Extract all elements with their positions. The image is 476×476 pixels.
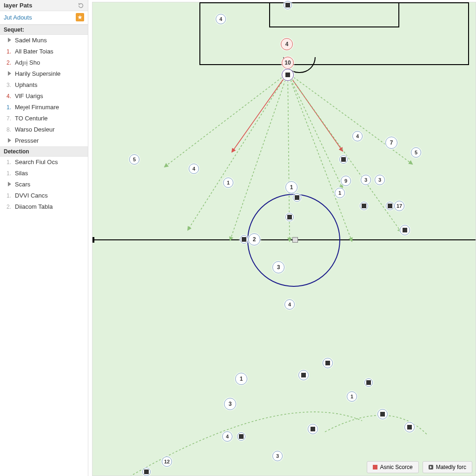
player-glyph-icon bbox=[407, 425, 412, 430]
player-marker[interactable]: 9 bbox=[341, 176, 351, 186]
refresh-icon[interactable] bbox=[78, 2, 84, 9]
player-number: 2 bbox=[253, 236, 256, 243]
play-triangle-icon bbox=[5, 70, 11, 78]
item-number: 7. bbox=[5, 114, 11, 123]
player-marker[interactable]: 1 bbox=[285, 181, 298, 193]
sidebar-item[interactable]: 1.Search Fiul Ocs bbox=[0, 157, 88, 168]
player-number: 4 bbox=[288, 302, 291, 307]
play-button[interactable]: Matedly forc bbox=[423, 461, 472, 473]
player-number: 3 bbox=[277, 264, 280, 271]
red-square-icon bbox=[373, 465, 377, 469]
sidebar-header: layer Pats bbox=[0, 0, 88, 11]
player-marker[interactable]: 3 bbox=[272, 261, 284, 273]
player-marker[interactable]: 4 bbox=[284, 299, 295, 310]
player-marker[interactable]: 7 bbox=[385, 137, 397, 149]
player-glyph-icon bbox=[285, 3, 290, 7]
sidebar-item[interactable]: 2.Diiacom Tabla bbox=[0, 201, 88, 212]
player-marker[interactable]: 4 bbox=[216, 14, 226, 24]
item-number: 1. bbox=[5, 103, 11, 112]
sidebar-item[interactable]: 7.TO Centurle bbox=[0, 113, 88, 124]
player-marker[interactable] bbox=[237, 432, 245, 441]
player-marker[interactable] bbox=[400, 225, 410, 235]
sidebar-item[interactable]: Scars bbox=[0, 179, 88, 190]
player-glyph-icon bbox=[239, 434, 244, 439]
player-marker[interactable]: 5 bbox=[129, 154, 139, 165]
player-marker[interactable] bbox=[308, 424, 318, 434]
sequence-list: Sadel Muns1.All Bater Toias2.Adȷıị ShoHa… bbox=[0, 35, 88, 146]
play-triangle-icon bbox=[5, 137, 11, 145]
player-glyph-icon bbox=[403, 228, 407, 232]
player-marker[interactable] bbox=[142, 468, 151, 476]
item-number: 1. bbox=[5, 192, 11, 200]
play-button-label: Matedly forc bbox=[436, 464, 466, 470]
player-marker[interactable]: 3 bbox=[361, 175, 371, 185]
sidebar-item[interactable]: 4.VlF Uarigs bbox=[0, 91, 88, 102]
player-marker[interactable]: 10 bbox=[282, 57, 294, 69]
player-marker[interactable]: 4 bbox=[222, 431, 232, 442]
item-number: 2. bbox=[5, 203, 11, 211]
player-marker[interactable] bbox=[298, 370, 309, 380]
player-marker[interactable] bbox=[282, 69, 294, 81]
sidebar-item[interactable]: 8.Warso Desleur bbox=[0, 124, 88, 135]
player-marker[interactable]: 1 bbox=[223, 178, 233, 188]
sidebar-item[interactable]: Harily Supersinle bbox=[0, 68, 88, 79]
player-marker[interactable] bbox=[285, 213, 294, 221]
player-marker[interactable] bbox=[240, 235, 248, 244]
player-marker[interactable]: 3 bbox=[375, 175, 385, 185]
player-number: 1 bbox=[290, 184, 293, 191]
sidebar-item[interactable]: Pressser bbox=[0, 135, 88, 146]
player-marker[interactable] bbox=[377, 409, 388, 419]
score-button[interactable]: Asnic Scorce bbox=[367, 461, 419, 473]
sidebar-item[interactable]: 3.Uphants bbox=[0, 79, 88, 91]
player-marker[interactable]: 4 bbox=[189, 164, 199, 174]
play-triangle-icon bbox=[5, 180, 11, 189]
player-marker[interactable] bbox=[364, 378, 373, 387]
sidebar-item[interactable]: 2.Adȷıị Sho bbox=[0, 57, 88, 68]
sidebar-item[interactable]: 1.All Bater Toias bbox=[0, 46, 88, 57]
player-number: 1 bbox=[350, 394, 353, 399]
sidebar-tabrow: Jut Adouts ★ bbox=[0, 11, 88, 25]
player-marker[interactable] bbox=[323, 358, 333, 368]
player-marker[interactable]: 1 bbox=[235, 373, 247, 385]
player-marker[interactable]: 5 bbox=[411, 147, 421, 158]
player-marker[interactable] bbox=[386, 202, 394, 210]
player-marker[interactable]: 2 bbox=[248, 233, 260, 245]
player-glyph-icon bbox=[301, 373, 306, 377]
player-marker[interactable]: 1 bbox=[347, 391, 357, 402]
player-marker[interactable] bbox=[404, 422, 415, 432]
pitch-canvas[interactable]: 441047554933111172341134312 bbox=[92, 2, 476, 476]
player-marker[interactable] bbox=[293, 193, 301, 202]
item-number: 8. bbox=[5, 126, 11, 134]
sidebar-tab[interactable]: Jut Adouts bbox=[4, 14, 32, 21]
player-number: 9 bbox=[344, 178, 347, 184]
player-number: 5 bbox=[133, 157, 136, 162]
player-number: 4 bbox=[226, 434, 229, 439]
player-marker[interactable]: 3 bbox=[224, 398, 236, 410]
sidebar-badge-icon[interactable]: ★ bbox=[76, 13, 84, 21]
player-glyph-icon bbox=[144, 469, 149, 474]
sidebar-item[interactable]: 1.DVVI Cancs bbox=[0, 190, 88, 201]
player-marker[interactable]: 12 bbox=[162, 456, 172, 467]
sidebar-item[interactable]: 1.Meȷel Firnumare bbox=[0, 102, 88, 113]
player-marker[interactable] bbox=[284, 1, 292, 9]
sidebar-item[interactable]: Sadel Muns bbox=[0, 35, 88, 46]
player-marker[interactable] bbox=[339, 155, 348, 164]
item-label: Silas bbox=[15, 169, 84, 178]
item-number: 1. bbox=[5, 47, 11, 56]
item-label: Adȷıị Sho bbox=[15, 59, 84, 67]
player-marker[interactable] bbox=[360, 202, 368, 210]
player-marker[interactable]: 1 bbox=[335, 188, 345, 198]
item-label: Harily Supersinle bbox=[15, 70, 84, 78]
detection-list: 1.Search Fiul Ocs1.SilasScars1.DVVI Canc… bbox=[0, 157, 88, 212]
item-label: All Bater Toias bbox=[15, 47, 84, 56]
player-marker[interactable]: 4 bbox=[352, 131, 363, 141]
play-icon bbox=[429, 465, 433, 469]
player-marker[interactable]: 17 bbox=[394, 201, 404, 211]
player-glyph-icon bbox=[341, 157, 346, 162]
player-marker[interactable]: 4 bbox=[281, 38, 293, 50]
player-number: 7 bbox=[390, 139, 393, 146]
item-number: 1. bbox=[5, 169, 11, 178]
sidebar-item[interactable]: 1.Silas bbox=[0, 168, 88, 179]
item-label: Search Fiul Ocs bbox=[15, 158, 84, 166]
player-marker[interactable]: 3 bbox=[272, 451, 283, 461]
